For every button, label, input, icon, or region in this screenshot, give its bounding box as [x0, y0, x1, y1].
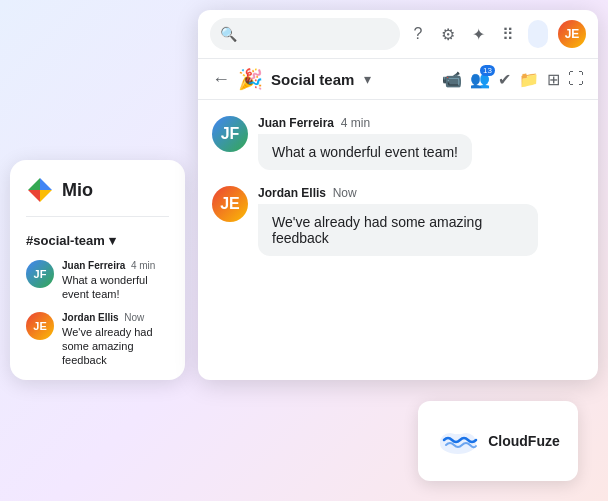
message-bubble: What a wonderful event team! [258, 134, 472, 170]
room-actions: 📹 👥 13 ✔ 📁 ⊞ ⛶ [442, 70, 584, 89]
settings-icon[interactable]: ⚙ [438, 24, 458, 44]
message-meta: Juan Ferreira 4 min [258, 116, 472, 130]
mio-logo-icon [26, 176, 54, 204]
room-header: ← 🎉 Social team ▾ 📹 👥 13 ✔ 📁 ⊞ ⛶ [198, 59, 598, 100]
video-icon: 📹 [442, 70, 462, 89]
expand-icon[interactable]: ⛶ [568, 70, 584, 88]
mio-brand-name: Mio [62, 180, 93, 201]
svg-marker-3 [28, 190, 40, 202]
avatar: JE [26, 312, 54, 340]
mio-logo: Mio [26, 176, 169, 217]
task-icon[interactable]: ✔ [498, 70, 511, 89]
mio-messages-list: JF Juan Ferreira 4 min What a wonderful … [26, 260, 169, 367]
topbar-icons: ? ⚙ ✦ ⠿ JE [408, 20, 586, 48]
search-icon: 🔍 [220, 26, 237, 42]
mio-card: Mio #social-team ▾ JF Juan Ferreira 4 mi… [10, 160, 185, 380]
help-icon[interactable]: ? [408, 24, 428, 44]
mio-channel-label[interactable]: #social-team ▾ [26, 233, 169, 248]
message-text: We've already had some amazing feedback [62, 325, 169, 368]
svg-marker-0 [40, 178, 52, 190]
message-meta: Jordan Ellis Now [258, 186, 538, 200]
chat-topbar: 🔍 ? ⚙ ✦ ⠿ JE [198, 10, 598, 59]
search-bar[interactable]: 🔍 [210, 18, 400, 50]
avatar: JF [26, 260, 54, 288]
apps-icon[interactable]: ⠿ [498, 24, 518, 44]
list-item: JE Jordan Ellis Now We've already had so… [26, 312, 169, 368]
folder-icon[interactable]: 📁 [519, 70, 539, 89]
avatar: JE [212, 186, 248, 222]
message-block: JF Juan Ferreira 4 min What a wonderful … [212, 116, 584, 170]
avatar: JF [212, 116, 248, 152]
magic-icon[interactable]: ✦ [468, 24, 488, 44]
back-button[interactable]: ← [212, 69, 230, 90]
account-button[interactable] [528, 20, 548, 48]
message-bubble: We've already had some amazing feedback [258, 204, 538, 256]
message-text: What a wonderful event team! [62, 273, 169, 302]
message-block: JE Jordan Ellis Now We've already had so… [212, 186, 584, 256]
messages-area: JF Juan Ferreira 4 min What a wonderful … [198, 100, 598, 380]
cloudfuze-name: CloudFuze [488, 433, 560, 449]
chat-window: 🔍 ? ⚙ ✦ ⠿ JE ← 🎉 Social team ▾ 📹 👥 13 [198, 10, 598, 380]
svg-marker-1 [28, 178, 40, 190]
room-name[interactable]: Social team [271, 71, 354, 88]
list-item: JF Juan Ferreira 4 min What a wonderful … [26, 260, 169, 302]
cloudfuze-logo: CloudFuze [436, 426, 560, 456]
grid-icon[interactable]: ⊞ [547, 70, 560, 89]
cloudfuze-icon [436, 426, 480, 456]
svg-marker-2 [40, 190, 52, 202]
room-name-chevron-icon[interactable]: ▾ [364, 71, 371, 87]
video-call-button[interactable]: 📹 [442, 70, 462, 89]
members-count: 13 [480, 65, 495, 76]
room-emoji: 🎉 [238, 67, 263, 91]
cloudfuze-card: CloudFuze [418, 401, 578, 481]
members-button[interactable]: 👥 13 [470, 70, 490, 89]
user-avatar[interactable]: JE [558, 20, 586, 48]
